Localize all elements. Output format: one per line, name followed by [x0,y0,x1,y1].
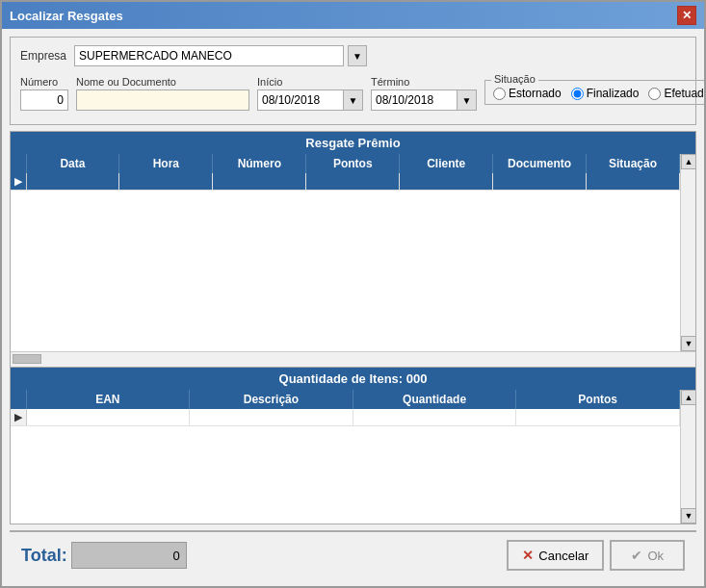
cell-quantidade [353,409,516,426]
th-hora: Hora [119,154,213,173]
radio-efetuado[interactable] [648,88,661,100]
scrollbar-up-button[interactable]: ▲ [681,154,695,169]
table-row[interactable]: ▶ [11,173,680,191]
inicio-group: Início ▼ [257,76,363,111]
cell-pontos [306,173,400,191]
nome-input[interactable] [76,89,249,111]
situacao-legend: Situação [491,73,538,85]
th-pontos: Pontos [306,154,400,173]
inicio-input[interactable] [257,89,344,111]
cell-numero [213,173,306,191]
top-table-title: Resgate Prêmio [11,132,695,154]
cell-situacao [587,173,680,191]
radio-finalizado[interactable] [571,88,584,100]
top-table-section: Resgate Prêmio Data Hora Número Pontos [10,131,696,368]
numero-input[interactable] [20,89,68,111]
bth-pontos: Pontos [516,390,680,409]
empresa-input[interactable] [74,45,344,66]
numero-label: Número [20,76,68,88]
th-cliente: Cliente [400,154,493,173]
cancel-x-icon: ✕ [522,548,534,563]
total-value: 0 [71,542,187,569]
title-bar-left: Localizar Resgates [10,9,123,23]
bottom-table-section: Quantidade de Itens: 000 EAN Descrição Q… [10,368,696,524]
th-indicator [11,154,26,173]
empresa-label: Empresa [20,49,66,63]
ok-button[interactable]: ✔ Ok [610,540,685,571]
ok-check-icon: ✔ [631,548,642,563]
filter-panel: Empresa ▼ Número Nome ou Documento Iníci… [10,37,696,125]
bth-ean: EAN [26,390,190,409]
scrollbar-down-button[interactable]: ▼ [681,508,695,524]
action-buttons: ✕ Cancelar ✔ Ok [507,540,685,571]
total-number: 0 [172,549,179,563]
inicio-dropdown-button[interactable]: ▼ [344,89,363,111]
situacao-radio-group: Estornado Finalizado Efetuado Todos [493,87,704,100]
total-section: Total: 0 [21,542,187,569]
termino-date-container: ▼ [371,89,477,111]
radio-estornado[interactable] [493,88,506,100]
bottom-table-title: Quantidade de Itens: 000 [11,368,695,390]
termino-label: Término [371,76,477,88]
cell-descricao [190,409,353,426]
cancel-label: Cancelar [538,549,588,563]
empresa-row: Empresa ▼ [20,45,686,66]
bottom-table-scroll[interactable]: EAN Descrição Quantidade Pontos ▶ [11,390,680,524]
cell-hora [119,173,213,191]
bottom-table-header-row: EAN Descrição Quantidade Pontos [11,390,680,409]
th-numero: Número [213,154,306,173]
th-documento: Documento [493,154,587,173]
cell-data [26,173,119,191]
inicio-label: Início [257,76,363,88]
scrollbar-h-thumb[interactable] [13,354,41,364]
termino-group: Término ▼ [371,76,477,111]
bth-descricao: Descrição [190,390,353,409]
table-row[interactable]: ▶ [11,409,680,426]
situacao-efetuado[interactable]: Efetuado [648,87,704,100]
scrollbar-up-button[interactable]: ▲ [681,390,695,405]
th-data: Data [26,154,119,173]
bottom-bar: Total: 0 ✕ Cancelar ✔ Ok [10,530,696,578]
cell-cliente [400,173,493,191]
main-content: Empresa ▼ Número Nome ou Documento Iníci… [2,29,704,586]
top-table-scroll[interactable]: Data Hora Número Pontos Cliente Document… [11,154,680,351]
top-table-and-scroll: Data Hora Número Pontos Cliente Document… [11,154,695,351]
bottom-table-scrollbar-v[interactable]: ▲ ▼ [680,390,695,524]
nome-label: Nome ou Documento [76,76,249,88]
numero-group: Número [20,76,68,111]
cell-pontos [516,409,680,426]
cancel-button[interactable]: ✕ Cancelar [507,540,604,571]
th-situacao: Situação [587,154,680,173]
top-table-scrollbar-v[interactable]: ▲ ▼ [680,154,695,351]
bottom-table: EAN Descrição Quantidade Pontos ▶ [11,390,680,426]
title-text: Localizar Resgates [10,9,123,23]
top-table-scrollbar-h[interactable] [11,351,695,367]
close-button[interactable]: ✕ [677,6,696,25]
situacao-finalizado[interactable]: Finalizado [571,87,640,100]
row-indicator: ▶ [11,409,26,426]
top-table: Data Hora Número Pontos Cliente Document… [11,154,680,191]
cell-ean [26,409,190,426]
termino-dropdown-button[interactable]: ▼ [458,89,477,111]
nome-group: Nome ou Documento [76,76,249,111]
inicio-date-container: ▼ [257,89,363,111]
situacao-box: Situação Estornado Finalizado Efetuado [484,80,704,105]
bth-quantidade: Quantidade [353,390,516,409]
empresa-dropdown-button[interactable]: ▼ [348,45,367,66]
main-window: Localizar Resgates ✕ Empresa ▼ Número [0,0,706,588]
ok-label: Ok [647,549,664,563]
tables-container: Resgate Prêmio Data Hora Número Pontos [10,131,696,524]
top-table-header-row: Data Hora Número Pontos Cliente Document… [11,154,680,173]
total-label: Total: [21,546,67,566]
scrollbar-track [681,405,695,508]
bottom-table-and-scroll: EAN Descrição Quantidade Pontos ▶ [11,390,695,524]
situacao-estornado[interactable]: Estornado [493,87,562,100]
row-indicator: ▶ [11,173,26,191]
scrollbar-track [681,169,695,336]
scrollbar-down-button[interactable]: ▼ [681,336,695,351]
empresa-container: ▼ [74,45,367,66]
fields-row: Número Nome ou Documento Início ▼ Términ… [20,74,686,111]
bth-indicator [11,390,26,409]
termino-input[interactable] [371,89,458,111]
cell-documento [493,173,587,191]
